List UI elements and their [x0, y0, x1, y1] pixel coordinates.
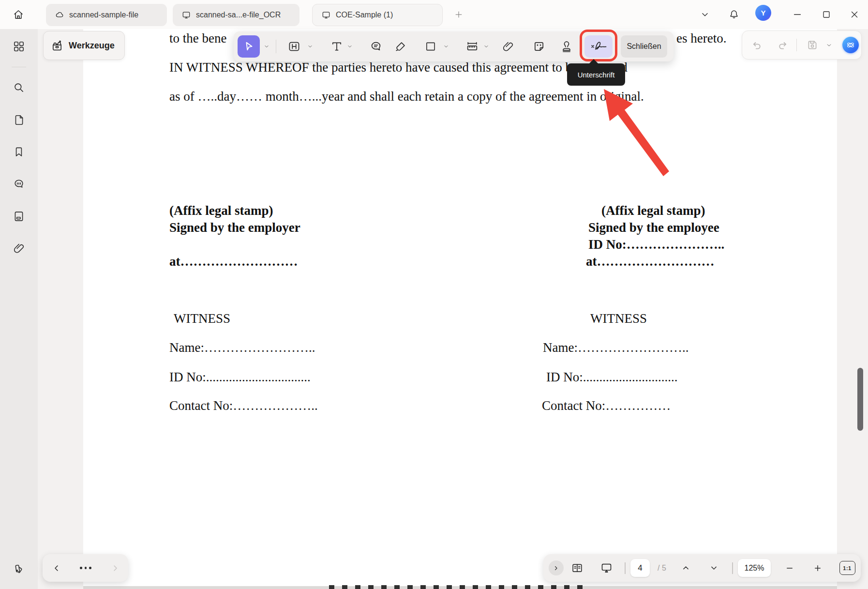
next-page-chevron[interactable]: [704, 554, 723, 582]
next-page-button[interactable]: [106, 554, 124, 582]
attachment-tool-button[interactable]: [498, 36, 518, 57]
chevron-down-icon: [264, 44, 269, 49]
witness-right-name: Name:……………………..: [543, 340, 688, 355]
home-button[interactable]: [10, 6, 27, 23]
stamp-left-at: at………………………: [169, 254, 298, 269]
save-button[interactable]: [803, 31, 822, 59]
highlighter-tool-button[interactable]: [391, 36, 410, 57]
toolbar-collapse-button[interactable]: [695, 5, 715, 24]
zoom-level-display[interactable]: 125%: [738, 559, 771, 577]
search-icon: [13, 81, 25, 94]
sidebar-item-bookmarks[interactable]: [9, 142, 29, 162]
page-nav-pill: [43, 554, 128, 582]
witness-left-title: WITNESS: [174, 311, 230, 326]
comment-icon: [369, 40, 383, 53]
witness-left-id: ID No:................................: [169, 370, 311, 385]
sidebar-item-attachments[interactable]: [9, 239, 29, 258]
chevron-down-icon: [347, 44, 353, 49]
signature-highlight-box: [580, 30, 617, 61]
cursor-icon: [242, 40, 255, 53]
ai-assistant-button[interactable]: [840, 31, 861, 59]
text-icon: [330, 40, 344, 53]
plus-icon: [813, 564, 822, 573]
minimize-button[interactable]: [788, 5, 807, 24]
document-page[interactable]: [83, 29, 837, 589]
chevron-down-icon: [483, 44, 489, 49]
sidebar-item-grid[interactable]: [9, 37, 29, 56]
grid-icon: [13, 40, 25, 53]
account-avatar[interactable]: Y: [755, 5, 771, 21]
display-icon: [321, 10, 331, 20]
chevron-down-icon: [826, 42, 832, 48]
vertical-scrollbar-thumb[interactable]: [857, 368, 863, 431]
stamp-left-signed: Signed by the employer: [169, 220, 300, 235]
sidebar-item-thumbnails[interactable]: [9, 207, 29, 226]
reading-view-button[interactable]: [567, 554, 588, 582]
stamp-right-at: at………………………: [586, 254, 715, 269]
heading-tool-dropdown[interactable]: [307, 43, 314, 50]
sidebar-item-pages[interactable]: [9, 110, 29, 130]
chevron-down-icon: [443, 44, 449, 49]
shape-tool-button[interactable]: [421, 37, 440, 56]
shape-tool-dropdown[interactable]: [443, 43, 449, 50]
previous-page-chevron[interactable]: [676, 554, 695, 582]
tab-scanned-sample-file-ocr[interactable]: scanned-sa...e-file_OCR: [173, 4, 299, 26]
presentation-icon: [600, 561, 613, 574]
save-dropdown[interactable]: [823, 31, 835, 59]
text-tool-dropdown[interactable]: [346, 43, 353, 50]
sticker-tool-button[interactable]: [529, 36, 549, 57]
minus-icon: [785, 564, 794, 573]
select-tool-button[interactable]: [238, 35, 260, 58]
page-number-input[interactable]: 4: [630, 559, 650, 577]
undo-button[interactable]: [748, 31, 766, 59]
more-options-button[interactable]: [76, 554, 95, 582]
measure-tool-button[interactable]: [463, 36, 482, 57]
display-icon: [181, 10, 191, 20]
tab-label: scanned-sample-file: [69, 11, 138, 19]
doc-line1-right: es hereto.: [676, 31, 726, 46]
comment-tool-button[interactable]: [366, 36, 386, 57]
paperclip-icon: [502, 40, 514, 53]
panel-divider: [796, 39, 797, 51]
chevron-down-icon: [307, 44, 313, 49]
chevron-down-icon: [710, 564, 718, 572]
sidebar-item-palette[interactable]: [9, 559, 29, 578]
maximize-button[interactable]: [817, 5, 836, 24]
tools-panel-button[interactable]: Werkzeuge: [43, 31, 125, 60]
select-tool-dropdown[interactable]: [263, 43, 270, 50]
measure-tool-dropdown[interactable]: [483, 43, 490, 50]
close-window-button[interactable]: [845, 5, 864, 24]
zoom-in-button[interactable]: [808, 554, 827, 582]
witness-right-contact: Contact No:……………: [542, 398, 671, 413]
stamp-tool-button[interactable]: [557, 36, 576, 57]
avatar-initial: Y: [755, 5, 771, 21]
heading-icon: [287, 40, 301, 53]
tab-coe-sample[interactable]: COE-Sample (1): [312, 4, 443, 26]
stamp-left-affix: (Affix legal stamp): [169, 203, 273, 218]
sidebar-item-search[interactable]: [9, 78, 29, 97]
highlighter-icon: [394, 40, 407, 53]
notifications-button[interactable]: [724, 5, 744, 24]
zoom-out-button[interactable]: [780, 554, 799, 582]
save-icon: [806, 39, 819, 51]
tab-scanned-sample-file[interactable]: scanned-sample-file: [46, 4, 167, 26]
sidebar-item-comments[interactable]: [9, 174, 29, 194]
heading-tool-button[interactable]: [284, 37, 304, 56]
page-icon: [13, 114, 25, 126]
clipped-next-line: [329, 585, 584, 589]
tab-label: COE-Sample (1): [336, 11, 393, 19]
new-tab-button[interactable]: [450, 6, 467, 23]
redo-button[interactable]: [773, 31, 792, 59]
close-toolbar-button[interactable]: Schließen: [621, 35, 667, 58]
collapse-bar-button[interactable]: [545, 554, 567, 582]
maximize-icon: [821, 9, 832, 20]
close-icon: [849, 9, 860, 20]
text-tool-button[interactable]: [327, 37, 346, 56]
prev-page-button[interactable]: [47, 554, 66, 582]
paperclip-icon: [13, 242, 25, 255]
undo-icon: [751, 39, 763, 51]
tools-panel-label: Werkzeuge: [69, 41, 115, 51]
witness-left-contact: Contact No:………………..: [169, 398, 318, 413]
presentation-mode-button[interactable]: [596, 554, 617, 582]
actual-size-button[interactable]: 1:1: [837, 554, 858, 582]
